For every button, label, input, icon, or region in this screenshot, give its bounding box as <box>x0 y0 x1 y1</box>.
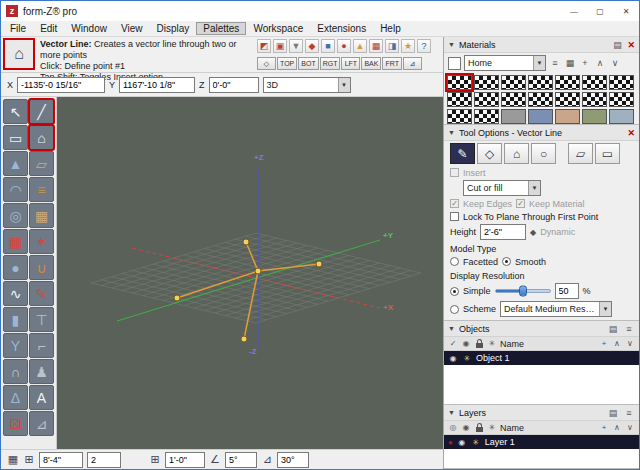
maximize-button[interactable]: ▢ <box>587 1 613 21</box>
add-icon[interactable]: + <box>599 339 609 348</box>
material-swatch-14[interactable] <box>609 92 634 107</box>
insert-checkbox[interactable] <box>450 168 459 177</box>
projection-select[interactable]: 3D ▼ <box>263 77 351 93</box>
menu-item-extensions[interactable]: Extensions <box>310 22 373 35</box>
cut-or-fill-select[interactable]: Cut or fill ▼ <box>463 180 541 196</box>
light-icon[interactable]: ✳ <box>462 354 472 363</box>
menu-item-help[interactable]: Help <box>373 22 408 35</box>
text-tool[interactable]: A <box>29 385 54 410</box>
material-swatch-19[interactable] <box>555 109 580 124</box>
polygon-tool[interactable]: ⌂ <box>29 125 54 150</box>
current-material-swatch[interactable] <box>448 57 461 70</box>
cone-tool[interactable]: ▲ <box>3 151 28 176</box>
menu-item-view[interactable]: View <box>114 22 150 35</box>
material-swatch-6[interactable] <box>582 75 607 90</box>
help-icon[interactable]: ? <box>417 39 431 53</box>
menu-item-file[interactable]: File <box>3 22 33 35</box>
material-swatch-1[interactable] <box>447 75 472 90</box>
snap-distance-input[interactable] <box>165 452 205 468</box>
direction-snap-input[interactable] <box>277 452 309 468</box>
current-layer-icon[interactable]: ● <box>448 438 453 447</box>
view-lft-button[interactable]: LFT <box>341 57 360 70</box>
grid-view-icon[interactable]: ▦ <box>564 57 576 69</box>
minimize-button[interactable]: — <box>561 1 587 21</box>
axon-view-icon[interactable]: ◇ <box>257 57 276 70</box>
toolbar-icon-10[interactable]: ★ <box>401 39 415 53</box>
material-swatch-8[interactable] <box>447 92 472 107</box>
sphere-tool[interactable]: ● <box>3 255 28 280</box>
collapse-icon[interactable]: ▼ <box>448 129 455 136</box>
scheme-select[interactable]: Default Medium Resolution ▼ <box>500 301 612 317</box>
light-icon[interactable]: ✳ <box>487 423 497 432</box>
resolution-slider[interactable] <box>495 289 551 293</box>
resolution-input[interactable] <box>555 283 579 299</box>
toolbar-icon-7[interactable]: ▲ <box>353 39 367 53</box>
snap-angle-input[interactable] <box>225 452 257 468</box>
pencil-tool[interactable]: ✎ <box>29 281 54 306</box>
menu-item-display[interactable]: Display <box>149 22 196 35</box>
toolbar-icon-8[interactable]: ▦ <box>369 39 383 53</box>
view-frt-button[interactable]: FRT <box>382 57 401 70</box>
spike-tool[interactable]: ✶ <box>29 229 54 254</box>
select-tool[interactable]: ↖ <box>3 99 28 124</box>
material-swatch-17[interactable] <box>501 109 526 124</box>
wrench-tool[interactable]: ⌐ <box>29 333 54 358</box>
draw-polygon-mode-icon[interactable]: ⌂ <box>504 143 529 164</box>
layer-row[interactable]: ●◉✳Layer 1 <box>444 435 639 449</box>
blocks-tool[interactable]: ▦ <box>29 203 54 228</box>
dice-tool[interactable]: ⚄ <box>3 411 28 436</box>
materials-close-icon[interactable]: ✕ <box>627 40 635 50</box>
slider-thumb[interactable] <box>519 286 527 297</box>
dome2-tool[interactable]: ∩ <box>3 359 28 384</box>
material-swatch-16[interactable] <box>474 109 499 124</box>
material-swatch-3[interactable] <box>501 75 526 90</box>
smooth-radio[interactable] <box>502 257 511 266</box>
dynamic-toggle-icon[interactable]: ◆ <box>530 228 536 237</box>
material-swatch-10[interactable] <box>501 92 526 107</box>
bucket-tool[interactable]: ∪ <box>29 255 54 280</box>
panel-tool[interactable]: ▱ <box>29 151 54 176</box>
grid-divisions-input[interactable] <box>87 452 121 468</box>
stairs-tool[interactable]: ≡ <box>29 177 54 202</box>
hammer-tool[interactable]: ⊤ <box>29 307 54 332</box>
toolbar-icon-9[interactable]: ◨ <box>385 39 399 53</box>
facetted-radio[interactable] <box>450 257 459 266</box>
torus-tool[interactable]: ◎ <box>3 203 28 228</box>
material-library-select[interactable]: Home ▼ <box>464 55 546 71</box>
scroll-down-icon[interactable]: ∨ <box>609 57 621 69</box>
tool-options-close-icon[interactable]: ✕ <box>627 128 635 138</box>
list-view-icon[interactable]: ≡ <box>549 57 561 69</box>
surface-mode-icon[interactable]: ▱ <box>568 143 593 164</box>
add-icon[interactable]: + <box>599 423 609 432</box>
toolbar-icon-1[interactable]: ◩ <box>257 39 271 53</box>
lock-plane-checkbox[interactable] <box>450 212 459 221</box>
grid-snap-icon[interactable]: ▦ <box>7 454 19 466</box>
view-rgt-button[interactable]: RGT <box>320 57 341 70</box>
collapse-icon[interactable]: ▼ <box>448 41 455 48</box>
spline-tool[interactable]: ∿ <box>3 281 28 306</box>
cylinder-tool[interactable]: ▮ <box>3 307 28 332</box>
x-coordinate-input[interactable] <box>17 77 105 93</box>
view-top-button[interactable]: TOP <box>277 57 297 70</box>
view-bak-button[interactable]: BAK <box>361 57 381 70</box>
material-swatch-13[interactable] <box>582 92 607 107</box>
close-button[interactable]: ✕ <box>613 1 639 21</box>
vector-line-tool[interactable]: ╱ <box>29 99 54 124</box>
material-swatch-4[interactable] <box>528 75 553 90</box>
z-coordinate-input[interactable] <box>209 77 259 93</box>
view-bot-button[interactable]: BOT <box>298 57 318 70</box>
menu-item-window[interactable]: Window <box>64 22 114 35</box>
light-icon[interactable]: ✳ <box>487 339 497 348</box>
light-icon[interactable]: ✳ <box>471 438 481 447</box>
dome-tool[interactable]: ◠ <box>3 177 28 202</box>
collapse-icon[interactable]: ▼ <box>448 409 455 416</box>
keep-material-checkbox[interactable]: ✓ <box>516 199 525 208</box>
simple-radio[interactable] <box>450 287 459 296</box>
active-tool-icon[interactable]: ⌂ <box>3 38 35 70</box>
direction-snap-icon[interactable]: ⊿ <box>261 454 273 466</box>
snap-distance-icon[interactable]: ⊞ <box>149 454 161 466</box>
ruler-tool[interactable]: ⊿ <box>29 411 54 436</box>
material-swatch-9[interactable] <box>474 92 499 107</box>
solid-mode-icon[interactable]: ▭ <box>595 143 620 164</box>
add-material-icon[interactable]: + <box>579 57 591 69</box>
